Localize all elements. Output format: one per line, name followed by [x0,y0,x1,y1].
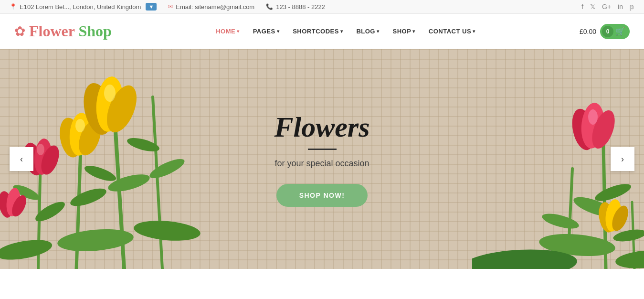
svg-point-41 [588,109,598,125]
phone-item: 📞 123 - 8888 - 2222 [266,3,325,11]
svg-point-22 [104,85,116,102]
header: ✿ Flower Shop HOME ▾ PAGES ▾ SHORTCODES … [0,14,644,49]
chevron-down-icon: ▾ [237,29,240,34]
nav-shortcodes[interactable]: SHORTCODES ▾ [287,24,348,39]
hero-content: Flowers for your special occasion SHOP N… [274,111,370,207]
nav-home[interactable]: HOME ▾ [210,24,245,39]
main-nav: HOME ▾ PAGES ▾ SHORTCODES ▾ BLOG ▾ SHOP … [210,24,481,39]
email-item: ✉ Email: sitename@gmail.com [168,3,254,11]
slider-prev-button[interactable]: ‹ [10,147,33,171]
cart-price: £0.00 [580,28,596,35]
svg-point-6 [68,185,108,210]
svg-line-3 [153,97,162,269]
email-icon: ✉ [168,3,173,10]
logo-flower-icon: ✿ [14,23,25,39]
cart-area: £0.00 0 🛒 [580,24,630,39]
pinterest-icon[interactable]: 𝕡 [630,3,634,11]
address-item: 📍 E102 Lorem Bel..., London, United King… [10,3,157,11]
nav-pages[interactable]: PAGES ▾ [247,24,285,39]
hero-subtitle: for your special occasion [274,159,370,169]
hero-slider: Flowers for your special occasion SHOP N… [0,49,644,269]
chevron-down-icon: ▾ [277,29,280,34]
shop-now-button[interactable]: SHOP NOW! [276,184,368,207]
logo[interactable]: ✿ Flower Shop [14,22,112,40]
svg-point-9 [148,155,187,182]
googleplus-icon[interactable]: G+ [602,3,611,11]
nav-blog[interactable]: BLOG ▾ [350,24,385,39]
chevron-left-icon: ‹ [20,154,23,164]
dropdown-indicator[interactable]: ▼ [146,3,157,11]
chevron-down-icon: ▾ [412,29,415,34]
hero-divider [307,149,336,150]
svg-point-14 [37,144,44,155]
slider-next-button[interactable]: › [611,147,634,171]
top-bar-left: 📍 E102 Lorem Bel..., London, United King… [10,3,325,11]
linkedin-icon[interactable]: in [618,3,623,11]
phone-icon: 📞 [266,3,273,10]
cart-button[interactable]: 0 🛒 [600,24,630,39]
social-links: f 𝕏 G+ in 𝕡 [581,3,634,11]
chevron-down-icon: ▾ [473,29,475,34]
svg-point-8 [83,163,117,184]
svg-point-26 [0,236,53,263]
chevron-right-icon: › [621,154,624,164]
logo-text: Flower Shop [29,22,112,40]
logo-flower-word: Flower [29,22,78,40]
chevron-down-icon: ▾ [377,29,380,34]
cart-count: 0 [602,26,613,37]
cart-icon: 🛒 [615,27,625,36]
facebook-icon[interactable]: f [581,3,583,11]
top-bar: 📍 E102 Lorem Bel..., London, United King… [0,0,644,14]
nav-shop[interactable]: SHOP ▾ [387,24,421,39]
phone-text: 123 - 8888 - 2222 [276,3,325,11]
nav-contact[interactable]: CONTACT US ▾ [423,24,481,39]
twitter-icon[interactable]: 𝕏 [590,3,595,11]
svg-point-18 [75,119,85,132]
address-text: E102 Lorem Bel..., London, United Kingdo… [20,3,141,11]
chevron-down-icon: ▾ [340,29,343,34]
location-icon: 📍 [10,3,17,10]
svg-point-34 [540,211,580,232]
svg-point-37 [615,248,644,269]
email-text: Email: sitename@gmail.com [176,3,254,11]
svg-point-28 [133,218,201,243]
logo-shop-word: Shop [78,22,111,40]
hero-title: Flowers [274,111,370,143]
